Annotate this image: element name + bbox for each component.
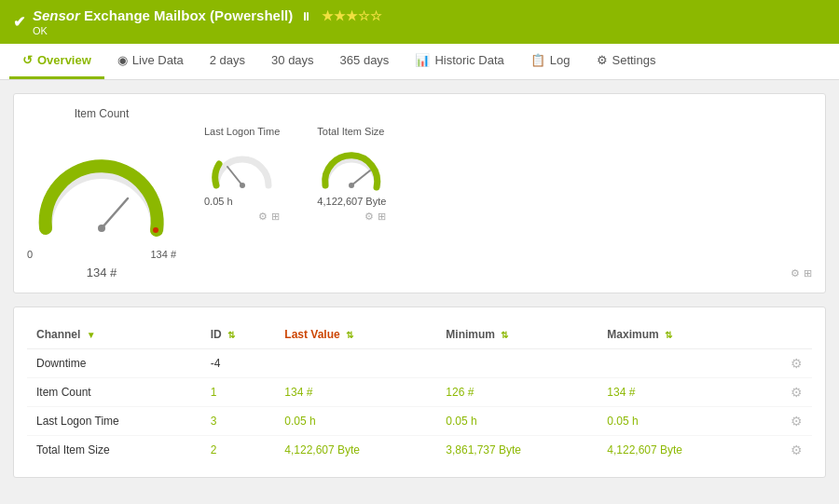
expand-icon-2[interactable]: ⊞ (378, 211, 386, 223)
page-title: Sensor Exchange Mailbox (Powershell) ⏸ ★… (33, 7, 382, 23)
row-totalitem-minimum: 3,861,737 Byte (436, 436, 598, 465)
col-id[interactable]: ID ⇅ (201, 320, 276, 349)
status-badge: OK (33, 25, 382, 36)
last-logon-svg (210, 141, 275, 192)
tab-365-days-label: 365 days (340, 53, 390, 67)
row-totalitem-action[interactable]: ⚙ (759, 436, 812, 465)
last-logon-time-gauge: Last Logon Time 0.05 h ⚙ ⊞ (204, 126, 280, 223)
row-itemcount-id: 1 (201, 378, 276, 407)
last-logon-value: 0.05 h (204, 196, 233, 207)
col-channel-label: Channel (36, 328, 80, 341)
tab-log-label: Log (550, 53, 571, 67)
col-channel[interactable]: Channel ▼ (27, 320, 201, 349)
main-content: Item Count 0 134 # 134 # (0, 80, 839, 491)
tab-log[interactable]: 📋 Log (517, 44, 584, 79)
tab-365-days[interactable]: 365 days (327, 44, 403, 79)
tab-2-days[interactable]: 2 days (197, 44, 258, 79)
col-actions (759, 320, 812, 349)
gauge-min-max: 0 134 # (27, 249, 176, 260)
row-downtime-id: -4 (201, 349, 276, 378)
item-count-label: Item Count (75, 107, 130, 120)
small-gauges-section: Last Logon Time 0.05 h ⚙ ⊞ Total (204, 107, 386, 223)
expand-icon-main[interactable]: ⊞ (804, 267, 812, 279)
col-maximum[interactable]: Maximum ⇅ (598, 320, 759, 349)
col-minimum-sort: ⇅ (501, 330, 508, 340)
total-item-settings: ⚙ ⊞ (364, 211, 386, 223)
tab-historic-data[interactable]: 📊 Historic Data (402, 44, 516, 79)
gear-icon-1[interactable]: ⚙ (258, 211, 268, 223)
expand-icon-1[interactable]: ⊞ (271, 211, 280, 223)
total-item-value: 4,122,607 Byte (317, 196, 386, 207)
last-logon-label: Last Logon Time (204, 126, 280, 137)
col-maximum-label: Maximum (607, 328, 658, 341)
table-row: Last Logon Time 3 0.05 h 0.05 h 0.05 h ⚙ (27, 407, 812, 436)
table-row: Item Count 1 134 # 126 # 134 # ⚙ (27, 378, 812, 407)
action-gear-4[interactable]: ⚙ (791, 443, 803, 457)
row-downtime-action[interactable]: ⚙ (759, 349, 812, 378)
row-totalitem-channel: Total Item Size (27, 436, 201, 465)
svg-point-2 (153, 227, 158, 233)
svg-line-5 (351, 170, 370, 185)
col-minimum[interactable]: Minimum ⇅ (436, 320, 598, 349)
total-item-size-gauge: Total Item Size 4,122,607 Byte ⚙ ⊞ (317, 126, 386, 223)
live-data-icon: ◉ (117, 53, 128, 67)
check-icon: ✔ (13, 13, 25, 31)
table-body: Downtime -4 ⚙ Item Count 1 134 # 126 # 1… (27, 349, 812, 465)
col-last-value-label: Last Value (284, 328, 339, 341)
table-header-row: Channel ▼ ID ⇅ Last Value ⇅ Minimum ⇅ (27, 320, 812, 349)
action-gear-1[interactable]: ⚙ (791, 356, 803, 371)
header-title-wrap: Sensor Exchange Mailbox (Powershell) ⏸ ★… (33, 7, 382, 36)
action-gear-3[interactable]: ⚙ (791, 414, 803, 429)
col-last-value[interactable]: Last Value ⇅ (275, 320, 436, 349)
tab-historic-data-label: Historic Data (434, 53, 503, 67)
col-minimum-label: Minimum (446, 328, 495, 341)
paused-icon: ⏸ (300, 10, 311, 23)
tab-overview[interactable]: ↺ Overview (9, 44, 104, 79)
tab-30-days-label: 30 days (271, 53, 314, 67)
tab-settings[interactable]: ⚙ Settings (584, 44, 669, 79)
row-lastlogon-channel: Last Logon Time (27, 407, 201, 436)
row-lastlogon-maximum: 0.05 h (598, 407, 759, 436)
tab-settings-label: Settings (612, 53, 656, 67)
row-itemcount-last-value: 134 # (275, 378, 436, 407)
row-itemcount-action[interactable]: ⚙ (759, 378, 812, 407)
row-lastlogon-id: 3 (201, 407, 276, 436)
item-count-gauge-section: Item Count 0 134 # 134 # (27, 107, 176, 279)
tab-30-days[interactable]: 30 days (258, 44, 327, 79)
gauge-current-value: 134 # (87, 266, 117, 279)
page-header: ✔ Sensor Exchange Mailbox (Powershell) ⏸… (0, 0, 839, 44)
table-header: Channel ▼ ID ⇅ Last Value ⇅ Minimum ⇅ (27, 320, 812, 349)
gauge-min: 0 (27, 249, 33, 260)
tab-2-days-label: 2 days (210, 53, 245, 67)
last-logon-settings: ⚙ ⊞ (258, 211, 280, 223)
action-gear-2[interactable]: ⚙ (791, 385, 803, 400)
tab-overview-label: Overview (37, 53, 91, 67)
sensor-label: Sensor (33, 7, 80, 23)
row-itemcount-maximum: 134 # (598, 378, 759, 407)
gauge-card: Item Count 0 134 # 134 # (13, 93, 826, 293)
tab-live-data[interactable]: ◉ Live Data (104, 44, 197, 79)
row-itemcount-minimum: 126 # (436, 378, 598, 407)
total-item-label: Total Item Size (317, 126, 384, 137)
row-totalitem-maximum: 4,122,607 Byte (598, 436, 759, 465)
overview-icon: ↺ (22, 53, 33, 67)
svg-line-3 (227, 167, 242, 185)
gear-icon-2[interactable]: ⚙ (364, 211, 374, 223)
row-totalitem-last-value: 4,122,607 Byte (275, 436, 436, 465)
row-itemcount-channel: Item Count (27, 378, 201, 407)
data-table: Channel ▼ ID ⇅ Last Value ⇅ Minimum ⇅ (27, 320, 812, 464)
row-downtime-minimum (436, 349, 598, 378)
row-lastlogon-action[interactable]: ⚙ (759, 407, 812, 436)
nav-tabs: ↺ Overview ◉ Live Data 2 days 30 days 36… (0, 44, 839, 80)
star-rating: ★★★☆☆ (322, 8, 382, 23)
col-id-sort: ⇅ (227, 330, 235, 340)
row-lastlogon-minimum: 0.05 h (436, 407, 598, 436)
tab-live-data-label: Live Data (132, 53, 184, 67)
small-gauges: Last Logon Time 0.05 h ⚙ ⊞ Total (204, 126, 386, 223)
title-text: Exchange Mailbox (Powershell) (80, 7, 293, 23)
historic-data-icon: 📊 (415, 53, 430, 67)
row-downtime-last-value (275, 349, 436, 378)
main-gauge-settings: ⚙ ⊞ (791, 266, 812, 279)
row-downtime-channel: Downtime (27, 349, 201, 378)
gear-icon-main[interactable]: ⚙ (791, 267, 800, 279)
